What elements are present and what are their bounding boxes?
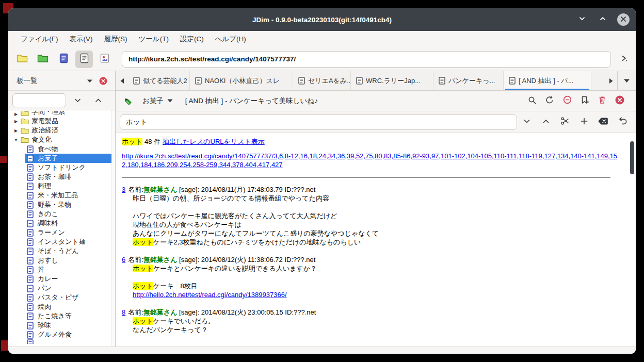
- sidebar-board-item[interactable]: 珍味: [25, 321, 115, 330]
- menu-settings[interactable]: 設定(C): [176, 32, 208, 46]
- sidebar-board-item[interactable]: お茶・珈琲: [25, 172, 115, 182]
- board-doc-icon: [27, 201, 36, 209]
- post-number-link[interactable]: 8: [122, 308, 125, 316]
- delete-button[interactable]: [593, 93, 611, 109]
- thread-scrollbar-thumb[interactable]: [630, 141, 634, 174]
- chevron-up-icon: [542, 117, 550, 127]
- menu-file[interactable]: ファイル(F): [17, 32, 62, 46]
- tab[interactable]: WRC.ラリーJap...: [351, 71, 433, 90]
- sidebar-board-item[interactable]: カレー: [25, 274, 115, 284]
- find-prev-button[interactable]: [536, 114, 555, 130]
- sidebar-mode-dropdown[interactable]: [83, 79, 96, 83]
- favorites-button[interactable]: [34, 51, 52, 68]
- list-urls-link[interactable]: 抽出したレスのURLをリスト表示: [163, 138, 265, 145]
- bookmark-add-button[interactable]: [576, 93, 593, 109]
- sidebar-scrollbar[interactable]: [111, 110, 115, 347]
- sidebar-board-item[interactable]: 料理: [25, 182, 115, 191]
- sidebar-board-item[interactable]: 野菜・果物: [25, 200, 115, 209]
- sidebar-board-item[interactable]: ラーメン: [25, 228, 115, 237]
- sidebar-board-item[interactable]: パスタ・ピザ: [25, 293, 115, 302]
- post-text: ケーキ 8枚目: [153, 282, 198, 290]
- thread-view-button[interactable]: [75, 51, 93, 68]
- wallpaper-fragment: [0, 156, 7, 163]
- board-doc-icon: [27, 331, 36, 339]
- board-doc-icon: [27, 257, 36, 265]
- thread-toolbar: お菓子 [ AND 抽出 ] - パンケーキって美味しいね♪: [116, 91, 636, 111]
- image-view-button[interactable]: [96, 51, 114, 68]
- sidebar-board-item[interactable]: 調味料: [25, 219, 115, 228]
- tab-label: セリエAをみ...: [308, 76, 351, 86]
- post-url-link[interactable]: http://hello.2ch.net/test/read.cgi/candy…: [133, 291, 287, 299]
- bbslist-button[interactable]: [13, 51, 31, 68]
- tab[interactable]: NAOKI（小林直己）スレ: [190, 71, 293, 90]
- sidebar-board-item[interactable]: インスタント麺: [25, 237, 115, 246]
- extracted-res-url-link[interactable]: http://ikura.2ch.sc/test/read.cgi/candy/…: [122, 152, 620, 169]
- board-doc-icon: [27, 155, 36, 162]
- menu-tools[interactable]: ツール(T): [135, 32, 173, 46]
- highlighted-keyword: ホット: [133, 238, 153, 246]
- sidebar-category-item[interactable]: ▶政治経済: [8, 126, 115, 135]
- expander-closed-icon[interactable]: ▶: [12, 112, 20, 117]
- sidebar-close-button[interactable]: [96, 76, 110, 86]
- tab-menu-button[interactable]: [617, 71, 636, 90]
- board-select-button[interactable]: お菓子: [139, 94, 176, 108]
- search-button[interactable]: [523, 93, 541, 109]
- post-line: ホットケーキ2,3枚重ねたものにハチミツをかけただけの地味なものらしい: [133, 238, 620, 246]
- maximize-button[interactable]: [597, 13, 609, 26]
- sidebar-board-item[interactable]: 食べ物: [25, 144, 115, 154]
- post-number-link[interactable]: 6: [122, 256, 125, 264]
- reload-button[interactable]: [541, 93, 558, 109]
- sidebar-board-item[interactable]: お菓子: [25, 154, 115, 163]
- undo-button[interactable]: [613, 114, 632, 130]
- menu-history[interactable]: 履歴(S): [100, 32, 132, 46]
- post-number-link[interactable]: 3: [122, 186, 125, 193]
- tab-scroll-left-button[interactable]: [116, 71, 128, 90]
- sidebar-board-item[interactable]: ソフトドリンク: [25, 163, 115, 172]
- tab[interactable]: 似てる芸能人2: [128, 71, 190, 90]
- sidebar-board-item[interactable]: グルメ外食: [25, 330, 115, 339]
- tab-doc-icon: [195, 77, 202, 85]
- menu-help[interactable]: ヘルプ(H): [211, 32, 250, 46]
- sidebar-board-item[interactable]: おすし: [25, 256, 115, 265]
- sidebar-board-item[interactable]: 丼: [25, 265, 115, 274]
- board-search-input[interactable]: [12, 93, 66, 107]
- sidebar-board-item[interactable]: きのこ: [25, 209, 115, 219]
- tab[interactable]: セリエAをみ...: [293, 71, 351, 90]
- sidebar-category-item[interactable]: ▶家電製品: [8, 117, 115, 126]
- sidebar-board-item[interactable]: 米・米加工品: [25, 191, 115, 200]
- sidebar-board-item[interactable]: パン: [25, 284, 115, 293]
- sidebar-board-item[interactable]: [25, 339, 115, 344]
- tab[interactable]: [ AND 抽出 ] - パ...: [504, 71, 591, 90]
- search-prev-button[interactable]: [89, 93, 107, 108]
- board-view-button[interactable]: [55, 51, 72, 68]
- close-tab-button[interactable]: [611, 93, 629, 109]
- sidebar-board-item[interactable]: たこ焼き等: [25, 311, 115, 321]
- close-button[interactable]: [617, 13, 630, 26]
- tree-item-label: お菓子: [36, 154, 58, 163]
- titlebar[interactable]: JDim - 0.9.0-beta20230103(git:14f0491cb4…: [8, 8, 636, 31]
- add-condition-button[interactable]: [574, 114, 593, 130]
- find-next-button[interactable]: [517, 114, 536, 130]
- filter-input[interactable]: [120, 114, 517, 130]
- expander-closed-icon[interactable]: ▶: [12, 128, 20, 133]
- menu-view[interactable]: 表示(V): [66, 32, 97, 46]
- toolbar-overflow-button[interactable]: [617, 51, 631, 68]
- post-text: ハワイではパンケーキ屋に観光客がたくさん入ってて大人気だけど: [133, 212, 337, 220]
- tab-scroll-right-button[interactable]: [605, 71, 617, 90]
- post-author-name: 無銘菓さん: [143, 308, 178, 316]
- sidebar-board-item[interactable]: そば・うどん: [25, 246, 115, 256]
- expander-closed-icon[interactable]: ▶: [12, 119, 20, 124]
- sidebar-category-item[interactable]: ▶学問・理系: [8, 111, 115, 117]
- tree-item-label: 丼: [36, 265, 44, 274]
- extract-button[interactable]: [555, 114, 574, 130]
- tree-item-label: 学問・理系: [30, 111, 65, 117]
- clear-button[interactable]: [593, 114, 613, 130]
- search-next-button[interactable]: [68, 93, 87, 108]
- sidebar-board-item[interactable]: 焼肉: [25, 302, 115, 311]
- minimize-button[interactable]: [576, 13, 588, 26]
- expander-open-icon[interactable]: ▼: [12, 138, 20, 142]
- stop-button[interactable]: [558, 93, 576, 109]
- sidebar-category-item[interactable]: ▼食文化: [8, 135, 115, 144]
- url-input[interactable]: [122, 51, 611, 68]
- tab[interactable]: パンケーキっ...: [433, 71, 504, 90]
